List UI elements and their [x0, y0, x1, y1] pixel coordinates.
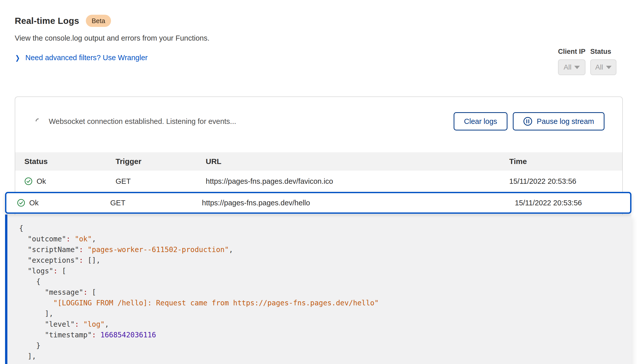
status-cell: Ok: [17, 199, 110, 207]
pause-log-stream-label: Pause log stream: [537, 117, 594, 126]
table-header: Status Trigger URL Time: [15, 152, 622, 171]
websocket-status-text: Websocket connection established. Listen…: [49, 117, 454, 126]
pause-icon: [523, 117, 532, 126]
table-row-selected[interactable]: Ok GET https://pages-fns.pages.dev/hello…: [5, 192, 631, 214]
table-row[interactable]: Ok GET https://pages-fns.pages.dev/favic…: [15, 171, 622, 192]
log-actions: Clear logs Pause log stream: [454, 112, 604, 130]
code-line: "message": [: [19, 287, 621, 298]
trigger-value: GET: [110, 199, 202, 207]
code-line: "timestamp": 1668542036116: [19, 330, 621, 340]
column-header-status: Status: [24, 157, 116, 166]
log-json-code: { "outcome": "ok", "scriptName": "pages-…: [19, 223, 621, 362]
beta-badge: Beta: [86, 15, 111, 27]
column-header-trigger: Trigger: [116, 157, 206, 166]
code-line: ],: [19, 351, 621, 362]
url-value: https://pages-fns.pages.dev/favicon.ico: [206, 177, 509, 186]
code-line: "exceptions": [],: [19, 255, 621, 266]
code-line: {: [19, 223, 621, 234]
client-ip-filter-select[interactable]: All: [558, 59, 585, 75]
clear-logs-button[interactable]: Clear logs: [454, 112, 508, 130]
wrangler-link[interactable]: Need advanced filters? Use Wrangler: [25, 54, 148, 62]
client-ip-filter-label: Client IP: [558, 48, 585, 56]
time-value: 15/11/2022 20:53:56: [515, 199, 630, 207]
log-json-block: { "outcome": "ok", "scriptName": "pages-…: [5, 214, 631, 364]
code-line: "[LOGGING FROM /hello]: Request came fro…: [19, 298, 621, 308]
pause-log-stream-button[interactable]: Pause log stream: [513, 112, 604, 130]
status-value: Ok: [37, 177, 46, 186]
clear-logs-label: Clear logs: [464, 117, 497, 126]
code-line: "logs": [: [19, 266, 621, 276]
spinner-icon: [34, 117, 43, 126]
chevron-right-icon: ❯: [15, 55, 20, 61]
status-filter-value: All: [595, 63, 603, 71]
expanded-log-entry: Ok GET https://pages-fns.pages.dev/hello…: [5, 192, 631, 364]
websocket-status-row: Websocket connection established. Listen…: [36, 112, 604, 131]
caret-down-icon: [606, 66, 612, 69]
page-header: Real-time Logs Beta View the console.log…: [15, 15, 210, 62]
status-value: Ok: [29, 199, 39, 207]
status-filter-select[interactable]: All: [590, 59, 616, 75]
trigger-value: GET: [116, 177, 206, 186]
realtime-logs-screen: Real-time Logs Beta View the console.log…: [0, 0, 637, 364]
time-value: 15/11/2022 20:53:56: [509, 177, 622, 186]
check-circle-icon: [17, 199, 25, 207]
status-cell: Ok: [24, 177, 116, 186]
title-row: Real-time Logs Beta: [15, 15, 210, 27]
url-value: https://pages-fns.pages.dev/hello: [202, 199, 515, 207]
code-line: "scriptName": "pages-worker--611502-prod…: [19, 244, 621, 255]
client-ip-filter-group: Client IP All: [558, 48, 585, 75]
page-subtitle: View the console.log output and errors f…: [15, 34, 210, 42]
caret-down-icon: [574, 66, 580, 69]
code-line: "outcome": "ok",: [19, 234, 621, 244]
status-filter-group: Status All: [590, 48, 616, 75]
code-line: {: [19, 276, 621, 287]
code-line: "level": "log",: [19, 319, 621, 330]
wrangler-row: ❯ Need advanced filters? Use Wrangler: [15, 54, 210, 62]
page-title: Real-time Logs: [15, 16, 79, 26]
filters: Client IP All Status All: [558, 48, 616, 75]
code-line: }: [19, 340, 621, 351]
check-circle-icon: [24, 177, 33, 185]
column-header-url: URL: [206, 157, 509, 166]
code-line: ],: [19, 308, 621, 319]
status-filter-label: Status: [590, 48, 616, 56]
column-header-time: Time: [509, 157, 622, 166]
client-ip-filter-value: All: [564, 63, 571, 71]
